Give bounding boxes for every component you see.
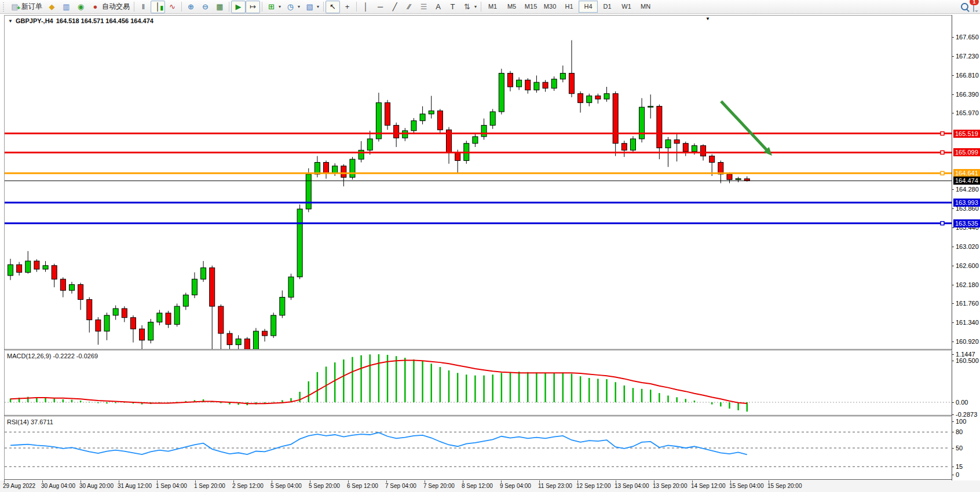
candle (525, 80, 531, 90)
macd-chart-canvas[interactable] (5, 351, 952, 415)
price-line-label: 163.993 (953, 199, 980, 207)
candle (701, 146, 706, 156)
autotrade-button-label: 自动交易 (102, 2, 130, 12)
styler-button[interactable]: ◆ (45, 1, 59, 13)
candle (359, 150, 364, 159)
toolbar-separator (481, 2, 481, 12)
autotrade-button[interactable]: ●自动交易 (88, 1, 132, 13)
timeframe-button-m15[interactable]: M15 (521, 1, 540, 13)
candle (174, 306, 180, 324)
price-axis[interactable]: 167.650167.230166.810166.390165.970164.2… (952, 14, 980, 480)
trendline-button[interactable]: ╱ (387, 1, 402, 13)
price-tick-label: 161.340 (956, 319, 979, 326)
candle (244, 339, 250, 349)
timeframe-button-w1[interactable]: W1 (617, 1, 636, 13)
timeframe-button-d1[interactable]: D1 (598, 1, 617, 13)
axis-tick (952, 475, 954, 475)
timeframe-button-m5[interactable]: M5 (502, 1, 521, 13)
vline-button[interactable]: │ (359, 1, 373, 13)
news-button[interactable]: ▥ (59, 1, 74, 13)
candle (192, 279, 197, 295)
signals-button[interactable]: ◉ (74, 1, 88, 13)
dropdown-arrow-icon[interactable]: ▾ (474, 4, 477, 9)
templates-button[interactable]: ▧▾ (302, 1, 321, 13)
dropdown-arrow-icon[interactable]: ▾ (298, 4, 300, 9)
pane-separator[interactable] (4, 415, 952, 416)
new-order-button-label: 新订单 (21, 2, 42, 12)
autotrade-icon: ● (90, 2, 100, 12)
pane-separator[interactable] (4, 349, 952, 350)
candle (350, 159, 355, 177)
timeframe-button-h1[interactable]: H1 (560, 1, 579, 13)
dropdown-arrow-icon[interactable]: ▾ (279, 4, 281, 9)
trendline-icon: ╱ (390, 2, 400, 12)
auto-scroll-icon: ▶ (233, 2, 243, 12)
fibonacci-button[interactable]: ☰ (416, 1, 431, 13)
rsi-chart-canvas[interactable] (5, 417, 952, 479)
search-icon[interactable] (961, 3, 968, 10)
axis-tick (952, 467, 954, 467)
crosshair-button[interactable]: + (340, 1, 354, 13)
timeframe-button-m30[interactable]: M30 (540, 1, 560, 13)
time-label: 8 Sep 12:00 (462, 483, 493, 489)
arrows-button[interactable]: ⇅▾ (460, 1, 479, 13)
chat-button[interactable]: 1 (973, 2, 974, 12)
zoom-out-button[interactable]: ⊖ (198, 1, 213, 13)
new-order-button[interactable]: ▤+新订单 (8, 1, 45, 13)
tile-windows-button[interactable]: ▦ (213, 1, 227, 13)
candlestick-button[interactable]: │▮ (151, 1, 165, 13)
candle (429, 111, 434, 113)
bar-chart-button[interactable]: ‖ (136, 1, 151, 13)
vline-icon: │ (361, 2, 371, 12)
rsi-tick-label: 80 (956, 428, 963, 435)
candle (710, 156, 715, 163)
candle (280, 298, 285, 315)
price-tick-label: 162.600 (956, 262, 979, 269)
toolbar-separator (356, 2, 357, 12)
time-label: 2 Sep 12:00 (232, 483, 264, 489)
candle (262, 331, 268, 336)
candle (201, 268, 206, 280)
candle (437, 111, 443, 130)
auto-scroll-button[interactable]: ▶ (231, 1, 246, 13)
timeframe-button-m1[interactable]: M1 (483, 1, 502, 13)
candle (604, 94, 609, 99)
axis-tick (952, 342, 954, 342)
time-label: 11 Sep 23:00 (538, 483, 572, 489)
text-t-icon: T (448, 2, 458, 12)
channel-button[interactable]: ⁄⁄ (402, 1, 416, 13)
candle (587, 96, 592, 103)
price-tick-label: 165.970 (956, 109, 979, 116)
candle (683, 144, 688, 152)
price-line-label: 165.099 (953, 148, 980, 156)
timeframe-button-h4[interactable]: H4 (579, 1, 598, 13)
hline-button[interactable]: ─ (373, 1, 387, 13)
time-axis[interactable]: 29 Aug 202230 Aug 04:0030 Aug 20:0031 Au… (0, 480, 980, 492)
indicators-button[interactable]: ⊞▾ (264, 1, 283, 13)
candle (613, 94, 618, 144)
axis-tick (952, 208, 954, 209)
cursor-button[interactable]: ↖ (326, 1, 340, 13)
chart-shift-button[interactable]: ↦ (246, 1, 260, 13)
axis-tick (952, 266, 954, 266)
indicator-plus-icon: ⊞ (266, 2, 276, 12)
axis-tick (952, 432, 954, 432)
price-line-label: 164.474 (953, 177, 980, 185)
periods-button[interactable]: ◷▾ (283, 1, 302, 13)
candle (227, 333, 232, 345)
timeframe-button-mn[interactable]: MN (636, 1, 655, 13)
candle (104, 315, 109, 331)
candle (341, 166, 346, 178)
dropdown-arrow-icon[interactable]: ▾ (317, 4, 319, 9)
line-chart-button[interactable]: ∿ (165, 1, 180, 13)
candle (297, 209, 302, 277)
main-chart-canvas[interactable] (5, 16, 952, 349)
label-button[interactable]: T (445, 1, 460, 13)
candle (148, 322, 153, 340)
candle (113, 309, 118, 315)
notification-badge: 1 (970, 0, 979, 5)
candle (34, 261, 39, 269)
time-label: 7 Sep 20:00 (423, 483, 455, 489)
zoom-in-button[interactable]: ⊕ (184, 1, 198, 13)
text-button[interactable]: A (431, 1, 445, 13)
